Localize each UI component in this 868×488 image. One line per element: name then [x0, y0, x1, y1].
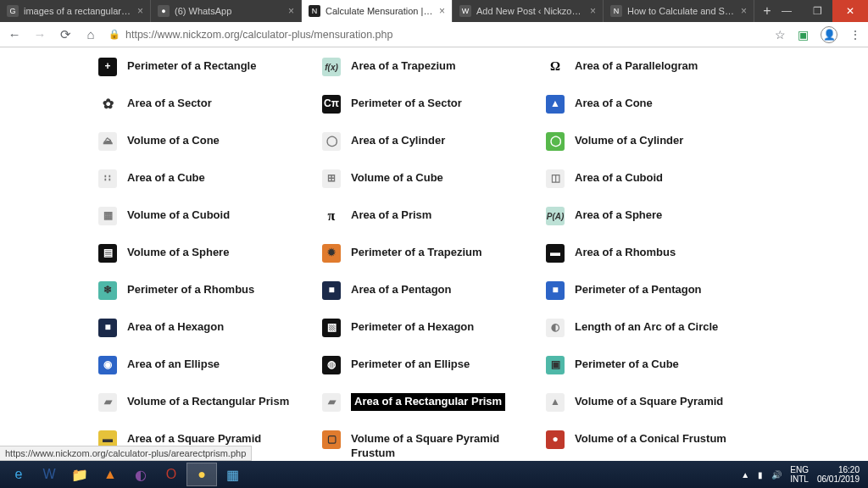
calculator-link[interactable]: ▣Perimeter of a Cube	[546, 352, 770, 378]
window-minimize[interactable]: —	[771, 0, 802, 22]
calculator-label: Perimeter of an Ellipse	[351, 356, 470, 372]
calculator-label: Perimeter of a Cube	[575, 356, 679, 372]
calculator-link[interactable]: CπPerimeter of a Sector	[322, 92, 546, 117]
nav-home-button[interactable]: ⌂	[83, 27, 98, 42]
calculator-icon: ■	[546, 281, 565, 300]
calculator-icon: π	[322, 207, 341, 225]
taskbar-app-icon[interactable]: ◐	[125, 463, 156, 486]
calculator-icon: ▦	[98, 207, 117, 225]
calculator-link[interactable]: ΩArea of a Parallelogram	[546, 54, 770, 80]
calculator-link[interactable]: ▲Area of a Cone	[546, 92, 770, 117]
tab-close-icon[interactable]: ×	[288, 5, 294, 17]
browser-tab[interactable]: NHow to Calculate and Solve for×	[604, 0, 754, 22]
tab-close-icon[interactable]: ×	[741, 5, 747, 17]
taskbar-app-icon[interactable]: 📁	[64, 463, 95, 486]
calculator-link[interactable]: ◫Area of a Cuboid	[546, 166, 770, 191]
calculator-icon: ⛰	[98, 132, 117, 151]
calculator-link[interactable]: ▧Perimeter of a Hexagon	[322, 315, 546, 341]
extension-icon[interactable]: ▣	[798, 28, 809, 42]
calculator-link[interactable]: ◍Perimeter of an Ellipse	[322, 352, 546, 378]
calculator-link[interactable]: ∷Area of a Cube	[98, 166, 322, 191]
calculator-label: Area of a Prism	[351, 207, 431, 223]
tray-up-icon[interactable]: ▲	[741, 470, 749, 480]
calculator-link[interactable]: ▦Volume of a Cuboid	[98, 203, 322, 229]
calculator-label: Perimeter of a Trapezium	[351, 244, 482, 260]
browser-tab[interactable]: NCalculate Mensuration | Area, Pe×	[302, 0, 453, 22]
bookmark-star-icon[interactable]: ☆	[775, 28, 786, 42]
calculator-icon: ◯	[546, 132, 565, 151]
calculator-icon: f(x)	[322, 58, 341, 76]
taskbar-app-icon[interactable]: W	[34, 463, 64, 486]
calculator-label: Area of an Ellipse	[127, 356, 220, 372]
calculator-link[interactable]: ◯Volume of a Cylinder	[546, 129, 770, 154]
calculator-link[interactable]: ◐Length of an Arc of a Circle	[546, 315, 770, 341]
profile-button[interactable]: 👤	[821, 26, 837, 43]
calculator-link[interactable]: ⊞Volume of a Cube	[322, 166, 546, 191]
taskbar-app-icon[interactable]: e	[3, 463, 34, 486]
calculator-link[interactable]: ■Perimeter of a Pentagon	[546, 278, 770, 303]
url-field[interactable]: 🔒 https://www.nickzom.org/calculator-plu…	[108, 29, 765, 41]
calculator-link[interactable]: ✹Perimeter of a Trapezium	[322, 241, 546, 266]
browser-tab[interactable]: Gimages of a rectangular prism -×	[0, 0, 151, 22]
calculator-label: Length of an Arc of a Circle	[575, 319, 718, 335]
calculator-label: Area of a Cube	[127, 169, 205, 186]
calculator-link[interactable]: +Perimeter of a Rectangle	[98, 54, 322, 80]
calculator-label: Area of a Square Pyramid	[127, 430, 261, 446]
calculator-link[interactable]: ✿Area of a Sector	[98, 92, 322, 117]
taskbar-app-icon[interactable]: ▦	[217, 463, 248, 486]
calculator-link[interactable]: ■Area of a Pentagon	[322, 278, 546, 303]
calculator-icon: ▢	[322, 430, 341, 449]
calculator-link[interactable]: f(x)Area of a Trapezium	[322, 54, 546, 80]
url-scheme: https	[125, 29, 148, 41]
tray-volume-icon[interactable]: 🔊	[771, 470, 782, 480]
window-close[interactable]: ✕	[832, 0, 868, 22]
calculator-link[interactable]: ▲Volume of a Square Pyramid	[546, 390, 770, 415]
tab-close-icon[interactable]: ×	[137, 5, 143, 17]
calculator-link[interactable]: ●Volume of a Conical Frustum	[546, 427, 770, 461]
calculator-label: Volume of a Square Pyramid	[575, 393, 723, 409]
calculator-label: Perimeter of a Hexagon	[351, 319, 474, 335]
calculator-icon: ◯	[322, 132, 341, 151]
calculator-label: Perimeter of a Rectangle	[127, 58, 256, 74]
tab-close-icon[interactable]: ×	[439, 5, 445, 17]
calculator-icon: ▧	[322, 319, 341, 337]
calculator-link[interactable]: πArea of a Prism	[322, 203, 546, 229]
tray-clock[interactable]: 16:20 06/01/2019	[817, 465, 860, 484]
calculator-link[interactable]: ▢Volume of a Square Pyramid Frustum	[322, 427, 546, 461]
tab-close-icon[interactable]: ×	[590, 5, 596, 17]
calculator-link[interactable]: ▤Volume of a Sphere	[98, 241, 322, 266]
tray-network-icon[interactable]: ▮	[758, 470, 763, 480]
calculator-icon: ■	[322, 281, 341, 300]
system-tray[interactable]: ▲ ▮ 🔊 ENG INTL 16:20 06/01/2019	[741, 465, 865, 484]
calculator-label: Area of a Rectangular Prism	[351, 393, 505, 411]
taskbar-app-icon[interactable]: ●	[186, 463, 217, 486]
calculator-label: Area of a Cylinder	[351, 132, 445, 148]
calculator-link[interactable]: ■Area of a Hexagon	[98, 315, 322, 341]
calculator-link[interactable]: ◯Area of a Cylinder	[322, 129, 546, 154]
calculator-label: Area of a Rhombus	[575, 244, 676, 260]
nav-back-button[interactable]: ←	[7, 27, 22, 42]
calculator-link[interactable]: ▰Volume of a Rectangular Prism	[98, 390, 322, 415]
nav-reload-button[interactable]: ⟳	[58, 27, 73, 42]
calculator-label: Perimeter of a Sector	[351, 95, 462, 111]
calculator-icon: ▰	[98, 393, 117, 412]
calculator-link[interactable]: ⛰Volume of a Cone	[98, 129, 322, 154]
tray-language[interactable]: ENG INTL	[790, 465, 809, 484]
calculator-icon: Ω	[546, 58, 565, 76]
calculator-link[interactable]: ❄Perimeter of a Rhombus	[98, 278, 322, 303]
calculator-icon: P(A)	[546, 207, 565, 225]
calculator-label: Perimeter of a Pentagon	[575, 281, 702, 297]
nav-forward-button[interactable]: →	[32, 27, 47, 42]
lock-icon: 🔒	[108, 29, 120, 40]
browser-tab[interactable]: WAdd New Post ‹ Nickzom Blog×	[453, 0, 604, 22]
browser-tab[interactable]: ●(6) WhatsApp×	[151, 0, 302, 22]
calculator-link[interactable]: P(A)Area of a Sphere	[546, 203, 770, 229]
window-maximize[interactable]: ❐	[802, 0, 832, 22]
calculator-link[interactable]: ◉Area of an Ellipse	[98, 352, 322, 378]
browser-menu-button[interactable]: ⋮	[849, 28, 861, 42]
taskbar-app-icon[interactable]: ▲	[95, 463, 125, 486]
taskbar-app-icon[interactable]: O	[156, 463, 186, 486]
calculator-link[interactable]: ▰Area of a Rectangular Prism	[322, 390, 546, 415]
calculator-link[interactable]: ▬Area of a Rhombus	[546, 241, 770, 266]
tab-title: (6) WhatsApp	[175, 6, 283, 16]
